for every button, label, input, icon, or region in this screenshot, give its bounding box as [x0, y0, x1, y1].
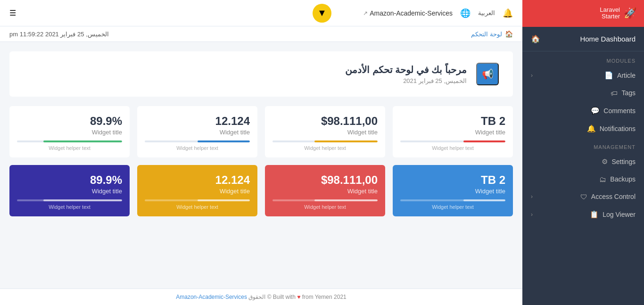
widget-value: 12.124 — [145, 173, 250, 187]
footer-from: from Yemen — [302, 294, 332, 300]
speaker-icon: 📢 — [482, 68, 494, 80]
translate-icon[interactable]: 🌐 — [460, 8, 471, 18]
widget-progress-bar — [314, 199, 378, 201]
topbar-left: ☰ — [9, 8, 16, 17]
home-icon: 🏠 — [531, 34, 540, 43]
brand-name: Laravel — [600, 7, 620, 13]
sidebar-item-notifications[interactable]: 🔔 Notifications — [522, 120, 644, 138]
notifications-icon: 🔔 — [587, 124, 596, 133]
widget-value: 89.9% — [17, 173, 122, 187]
breadcrumb-link[interactable]: لوحة التحكم — [471, 31, 502, 38]
comments-label: Comments — [603, 107, 636, 115]
widget-progress — [400, 199, 505, 201]
widget-value: $98.111,00 — [272, 115, 378, 128]
welcome-heading: مرحباً بك في لوحة تحكم الأدمن — [345, 64, 467, 75]
widget-colored-wc1: TB 2 Widget title Widget helper text — [393, 165, 513, 216]
speaker-button[interactable]: 📢 — [476, 63, 499, 85]
widget-title: Widget title — [17, 129, 122, 136]
topbar-right: 🔔 العربية 🌐 Amazon-Academic-Services ↗ — [363, 8, 513, 18]
widget-title: Widget title — [400, 188, 505, 195]
article-label: Article — [617, 72, 636, 79]
widget-value: 89.9% — [17, 115, 122, 128]
access-control-label: Access Control — [591, 193, 636, 200]
topbar: ☰ ▼ 🔔 العربية 🌐 Amazon-Academic-Services… — [0, 0, 522, 26]
sidebar-item-tags[interactable]: 🏷 Tags — [522, 84, 644, 102]
access-control-icon: 🛡 — [580, 193, 587, 201]
bell-icon[interactable]: 🔔 — [503, 8, 513, 18]
sidebar-item-comments[interactable]: 💬 Comments — [522, 102, 644, 120]
brand-header: 🚀 Laravel Starter — [522, 0, 644, 27]
site-name: Amazon-Academic-Services ↗ — [363, 9, 453, 17]
widget-white-w2: $98.111,00 Widget title Widget helper te… — [265, 106, 385, 157]
rocket-icon: 🚀 — [624, 7, 636, 19]
sidebar-item-log-viewer[interactable]: › 📋 Log Viewer — [522, 206, 644, 223]
topbar-center: ▼ — [313, 4, 331, 23]
item-left: ⚙ Settings — [602, 157, 636, 166]
footer: Built with ♥ from Yemen 2021 © الحقوق Am… — [0, 289, 522, 305]
widget-progress — [145, 140, 250, 142]
sidebar-section-label: MANAGEMENT — [522, 138, 644, 153]
widget-progress — [272, 199, 378, 201]
widget-progress — [400, 140, 505, 142]
site-name-text: Amazon-Academic-Services — [370, 9, 453, 17]
sidebar-item-backups[interactable]: 🗂 Backups — [522, 171, 644, 188]
widget-title: Widget title — [145, 129, 250, 136]
arabic-label: العربية — [478, 9, 495, 16]
brand-sub: Starter — [600, 13, 620, 20]
widget-value: TB 2 — [400, 173, 505, 187]
widget-title: Widget title — [272, 129, 378, 136]
content-area: 📢 مرحباً بك في لوحة تحكم الأدمن الخميس, … — [0, 42, 522, 289]
menu-icon[interactable]: ☰ — [9, 8, 16, 17]
sidebar-sections: MODULES › 📄 Article 🏷 Tags 💬 Comments 🔔 … — [522, 51, 644, 223]
comments-icon: 💬 — [591, 107, 600, 115]
widget-value: $98.111,00 — [272, 173, 378, 187]
widget-white-w1: TB 2 Widget title Widget helper text — [393, 106, 513, 157]
widget-value: TB 2 — [400, 115, 505, 128]
welcome-subtext: الخميس, 25 فبراير 2021 — [345, 77, 467, 84]
item-left: 📋 Log Viewer — [590, 210, 636, 219]
widget-colored-wc4: 89.9% Widget title Widget helper text — [9, 165, 130, 216]
logo-icon: ▼ — [317, 8, 327, 18]
item-left: 🏷 Tags — [611, 89, 636, 97]
chevron-icon: › — [531, 193, 533, 200]
sidebar-item-access-control[interactable]: › 🛡 Access Control — [522, 188, 644, 206]
sidebar-item-settings[interactable]: ⚙ Settings — [522, 153, 644, 171]
widget-value: 12.124 — [145, 115, 250, 128]
widget-helper: Widget helper text — [272, 145, 378, 151]
widget-helper: Widget helper text — [400, 204, 505, 210]
datetime-label: الخميس, 25 فبراير 2021 11:59:22 pm — [9, 31, 109, 38]
widget-colored-wc3: 12.124 Widget title Widget helper text — [137, 165, 257, 216]
widget-colored-wc2: $98.111,00 Widget title Widget helper te… — [265, 165, 385, 216]
log-viewer-icon: 📋 — [590, 210, 599, 219]
widget-progress-bar — [463, 140, 505, 142]
widget-title: Widget title — [272, 188, 378, 195]
widget-white-w3: 12.124 Widget title Widget helper text — [137, 106, 257, 157]
widget-title: Widget title — [400, 129, 505, 136]
item-left: 🔔 Notifications — [587, 124, 636, 133]
widget-progress — [272, 140, 378, 142]
sidebar-home-item[interactable]: Home Dashboard 🏠 — [522, 27, 644, 51]
widget-progress-bar — [43, 140, 122, 142]
widget-title: Widget title — [17, 188, 122, 195]
breadcrumb-bar: 🏠 لوحة التحكم الخميس, 25 فبراير 2021 11:… — [0, 26, 522, 42]
backups-icon: 🗂 — [599, 175, 606, 183]
sidebar-section-label: MODULES — [522, 51, 644, 66]
white-widgets-row: TB 2 Widget title Widget helper text $98… — [9, 106, 513, 157]
article-icon: 📄 — [604, 71, 613, 80]
log-viewer-label: Log Viewer — [603, 211, 636, 218]
widget-helper: Widget helper text — [17, 145, 122, 151]
footer-link[interactable]: Amazon-Academic-Services — [176, 294, 247, 300]
tags-label: Tags — [621, 89, 636, 97]
widget-progress-bar — [198, 199, 250, 201]
widget-helper: Widget helper text — [17, 204, 122, 210]
sidebar: 🚀 Laravel Starter Home Dashboard 🏠 MODUL… — [522, 0, 644, 305]
widget-progress-bar — [198, 140, 250, 142]
footer-built-with: Built with — [273, 294, 296, 300]
ext-link-icon[interactable]: ↗ — [363, 10, 368, 16]
colored-widgets-row: TB 2 Widget title Widget helper text $98… — [9, 165, 513, 216]
sidebar-item-article[interactable]: › 📄 Article — [522, 66, 644, 84]
settings-label: Settings — [611, 158, 636, 165]
welcome-card: 📢 مرحباً بك في لوحة تحكم الأدمن الخميس, … — [9, 51, 513, 97]
widget-helper: Widget helper text — [400, 145, 505, 151]
item-left: 📄 Article — [604, 71, 636, 80]
